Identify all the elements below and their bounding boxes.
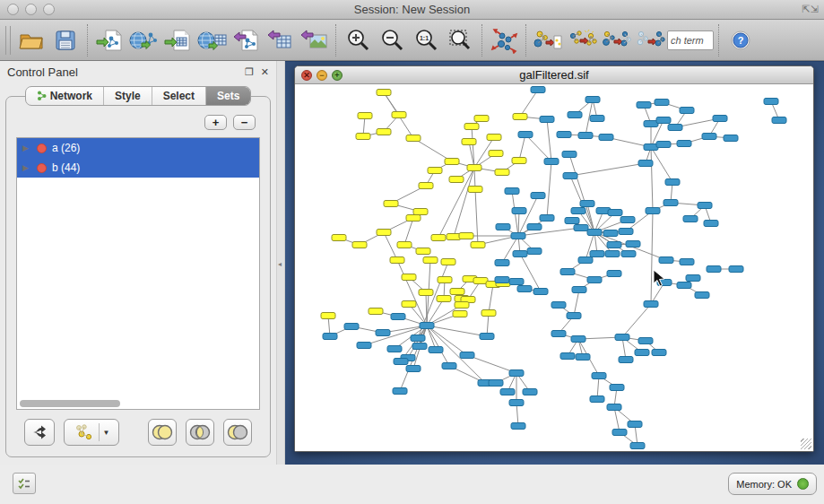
export-table-button[interactable]	[263, 23, 297, 57]
graph-node[interactable]	[707, 266, 721, 273]
graph-node[interactable]	[621, 251, 636, 257]
first-neighbors-button[interactable]	[565, 23, 599, 57]
graph-node[interactable]	[397, 242, 412, 248]
graph-node[interactable]	[605, 251, 620, 257]
graph-node[interactable]	[464, 124, 479, 130]
graph-node[interactable]	[619, 229, 633, 235]
expand-arrow-icon[interactable]: ▶	[22, 163, 31, 172]
graph-node[interactable]	[358, 113, 372, 119]
graph-node[interactable]	[509, 370, 524, 377]
graph-node[interactable]	[590, 116, 604, 122]
graph-node[interactable]	[607, 242, 621, 248]
graph-node[interactable]	[668, 125, 682, 131]
graph-node[interactable]	[369, 308, 383, 315]
graph-node[interactable]	[384, 201, 398, 207]
graph-node[interactable]	[468, 187, 482, 193]
graph-node[interactable]	[578, 133, 593, 139]
graph-node[interactable]	[512, 158, 526, 164]
graph-node[interactable]	[683, 216, 698, 222]
network-canvas[interactable]	[295, 84, 813, 451]
graph-node[interactable]	[533, 289, 548, 295]
graph-node[interactable]	[523, 389, 537, 395]
horizontal-scrollbar[interactable]	[20, 400, 120, 407]
graph-node[interactable]	[419, 290, 433, 296]
graph-node[interactable]	[438, 277, 452, 283]
graph-node[interactable]	[571, 336, 585, 343]
graph-node[interactable]	[540, 117, 554, 123]
graph-node[interactable]	[572, 287, 586, 293]
graph-node[interactable]	[527, 224, 542, 230]
zoom-fit-button[interactable]: 1:1	[409, 23, 443, 57]
graph-node[interactable]	[462, 139, 476, 145]
graph-node[interactable]	[599, 135, 613, 141]
graph-node[interactable]	[531, 87, 545, 93]
union-button[interactable]	[148, 419, 177, 446]
graph-node[interactable]	[655, 100, 669, 106]
graph-node[interactable]	[665, 179, 680, 186]
graph-node[interactable]	[527, 248, 542, 255]
graph-node[interactable]	[686, 275, 700, 282]
graph-node[interactable]	[587, 277, 602, 283]
task-history-button[interactable]	[13, 473, 36, 494]
graph-node[interactable]	[772, 117, 786, 124]
graph-node[interactable]	[656, 117, 671, 124]
window-resize-icon[interactable]: ⇱⇲	[802, 4, 819, 15]
graph-node[interactable]	[638, 338, 653, 344]
show-all-button[interactable]	[633, 23, 667, 57]
graph-node[interactable]	[487, 135, 501, 141]
graph-node[interactable]	[567, 313, 581, 319]
import-table-file-button[interactable]	[160, 23, 195, 57]
dropdown-arrow-icon[interactable]: ▼	[103, 429, 110, 437]
graph-node[interactable]	[442, 363, 456, 369]
graph-node[interactable]	[680, 108, 694, 114]
graph-node[interactable]	[511, 233, 525, 239]
graph-node[interactable]	[590, 396, 604, 403]
graph-node[interactable]	[638, 161, 653, 167]
graph-node[interactable]	[420, 323, 434, 329]
graph-node[interactable]	[377, 230, 391, 236]
export-network-button[interactable]	[229, 23, 263, 57]
graph-node[interactable]	[568, 112, 582, 118]
graph-node[interactable]	[321, 313, 335, 319]
graph-node[interactable]	[509, 400, 524, 406]
graph-node[interactable]	[460, 352, 474, 359]
graph-node[interactable]	[402, 274, 416, 281]
graph-node[interactable]	[608, 210, 622, 216]
graph-node[interactable]	[513, 114, 527, 120]
import-network-url-button[interactable]	[126, 23, 160, 57]
graph-node[interactable]	[610, 385, 624, 391]
graph-node[interactable]	[590, 251, 604, 257]
graph-node[interactable]	[445, 159, 459, 165]
graph-node[interactable]	[393, 388, 407, 395]
graph-node[interactable]	[646, 208, 660, 214]
difference-button[interactable]	[223, 419, 252, 446]
panel-splitter[interactable]: ◂	[276, 61, 285, 465]
graph-node[interactable]	[391, 314, 405, 320]
graph-node[interactable]	[489, 151, 503, 157]
graph-node[interactable]	[323, 334, 337, 340]
graph-node[interactable]	[628, 421, 642, 428]
graph-node[interactable]	[580, 201, 594, 207]
graph-node[interactable]	[603, 230, 618, 237]
graph-node[interactable]	[656, 142, 671, 148]
network-window-titlebar[interactable]: ✕ − + galFiltered.sif	[295, 66, 813, 84]
graph-node[interactable]	[680, 259, 694, 265]
graph-node[interactable]	[509, 279, 524, 285]
tab-sets[interactable]: Sets	[206, 87, 250, 105]
graph-node[interactable]	[377, 129, 391, 135]
graph-node[interactable]	[574, 225, 588, 231]
import-network-file-button[interactable]	[92, 23, 126, 57]
memory-status-button[interactable]: Memory: OK	[728, 473, 817, 495]
intersection-button[interactable]	[186, 419, 214, 446]
graph-node[interactable]	[607, 271, 621, 277]
graph-node[interactable]	[578, 257, 593, 264]
graph-node[interactable]	[406, 215, 421, 222]
select-from-file-button[interactable]	[531, 23, 565, 57]
graph-node[interactable]	[571, 208, 585, 214]
graph-node[interactable]	[576, 354, 590, 361]
set-list-item[interactable]: ▶b (44)	[17, 158, 259, 178]
graph-node[interactable]	[441, 259, 455, 265]
graph-node[interactable]	[560, 269, 575, 275]
graph-node[interactable]	[406, 135, 421, 142]
graph-node[interactable]	[455, 302, 469, 308]
